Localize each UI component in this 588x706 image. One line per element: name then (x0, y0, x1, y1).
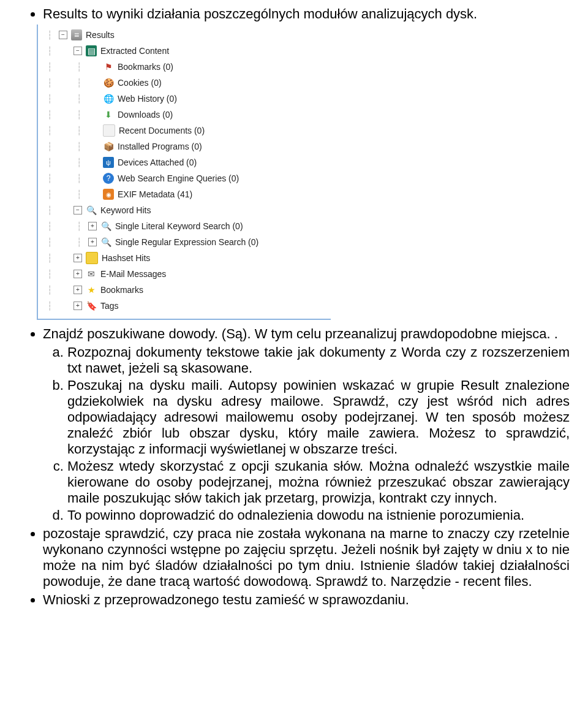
tree-row: ┆┆ ⚑ Bookmarks (0) (44, 59, 325, 75)
tree-label[interactable]: Single Regular Expression Search (0) (115, 237, 258, 247)
tree-label[interactable]: Tags (100, 301, 119, 311)
tree-line: ┆ (74, 126, 85, 135)
tree-row: ┆ + 🔖 Tags (44, 298, 325, 314)
tree-line: ┆ (44, 269, 55, 279)
bullet-find-evidence: Znajdź poszukiwane dowody. (Są). W tym c… (43, 326, 570, 523)
tree-row: ┆┆ + 🔍 Single Literal Keyword Search (0) (44, 218, 325, 234)
tree-line: ┆ (74, 221, 85, 231)
tree-line: ┆ (44, 189, 55, 199)
tree-line: ┆ (44, 94, 55, 104)
tree-row: ┆┆ 🌐 Web History (0) (44, 91, 325, 107)
tree-row: ┆┆ ⬇ Downloads (0) (44, 107, 325, 123)
hashset-icon (86, 252, 98, 264)
tree-line: ┆ (44, 158, 55, 167)
tree-label[interactable]: Single Literal Keyword Search (0) (115, 221, 243, 231)
expand-icon[interactable]: + (74, 270, 82, 278)
tree-label[interactable]: Hashset Hits (102, 253, 150, 263)
tree-line: ┆ (44, 78, 55, 88)
tree-label[interactable]: E-Mail Messages (100, 269, 166, 279)
expand-icon[interactable]: + (74, 302, 82, 310)
bookmarks-star-icon: ★ (86, 284, 97, 295)
tree-line: ┆ (44, 62, 55, 72)
tree-label[interactable]: Web Search Engine Queries (0) (118, 173, 239, 183)
tree-line: ┆ (74, 189, 85, 199)
tree-row: ┆┆ + 🔍 Single Regular Expression Search … (44, 234, 325, 250)
tree-line: ┆ (74, 110, 85, 120)
extracted-icon: ▤ (86, 45, 97, 56)
tree-label[interactable]: Downloads (0) (118, 110, 173, 120)
tree-row: ┆┆ 📦 Installed Programs (0) (44, 139, 325, 154)
installed-icon: 📦 (103, 141, 114, 152)
tree-label[interactable]: Web History (0) (118, 94, 177, 104)
tree-label[interactable]: Devices Attached (0) (118, 158, 197, 167)
tree-row: ┆ + ✉ E-Mail Messages (44, 266, 325, 282)
collapse-icon[interactable]: − (59, 31, 67, 39)
sub-d: To powinno doprowadzić do odnalezienia d… (67, 507, 570, 523)
tree-label[interactable]: Extracted Content (100, 46, 169, 56)
tree-line: ┆ (74, 237, 85, 247)
sub-a: Rozpoznaj dokumenty tekstowe takie jak d… (67, 344, 570, 376)
tags-icon: 🔖 (86, 300, 97, 311)
bullet2-text: Znajdź poszukiwane dowody. (Są). W tym c… (43, 326, 558, 341)
bullet-verify: pozostaje sprawdzić, czy praca nie zosta… (43, 526, 570, 590)
tree-line: ┆ (44, 221, 55, 231)
sub-c: Możesz wtedy skorzystać z opcji szukania… (67, 458, 570, 506)
tree-line: ┆ (74, 173, 85, 183)
tree-row: ┆ + Hashset Hits (44, 250, 325, 266)
tree-line: ┆ (44, 126, 55, 135)
tree-label[interactable]: Keyword Hits (100, 205, 151, 215)
tree-label[interactable]: Installed Programs (0) (118, 142, 202, 151)
tree-label[interactable]: Recent Documents (0) (119, 126, 205, 135)
tree-line: ┆ (74, 62, 85, 72)
tree-row: ┆┆ ? Web Search Engine Queries (0) (44, 170, 325, 186)
search-icon: 🔍 (100, 237, 111, 248)
tree-row: ┆ + ★ Bookmarks (44, 282, 325, 298)
tree-label[interactable]: EXIF Metadata (41) (118, 189, 192, 199)
exif-icon: ◉ (103, 189, 114, 200)
recentdocs-icon (103, 124, 115, 137)
sub-b: Poszukaj na dysku maili. Autopsy powinie… (67, 378, 570, 457)
tree-row: ┆ − ≡ Results (44, 27, 325, 43)
tree-line: ┆ (74, 142, 85, 151)
bullet-conclusions: Wnioski z przeprowadzonego testu zamieść… (43, 592, 570, 608)
email-icon: ✉ (86, 268, 97, 279)
tree-row: ┆ − ▤ Extracted Content (44, 43, 325, 59)
webhistory-icon: 🌐 (103, 93, 114, 104)
tree-line: ┆ (44, 205, 55, 215)
tree-label[interactable]: Bookmarks (100, 285, 143, 295)
tree-row: ┆ − 🔍 Keyword Hits (44, 202, 325, 218)
tree-line: ┆ (44, 142, 55, 151)
tree-line: ┆ (44, 253, 55, 263)
collapse-icon[interactable]: − (74, 206, 82, 214)
tree-line: ┆ (74, 78, 85, 88)
keywordhits-icon: 🔍 (86, 205, 97, 216)
expand-icon[interactable]: + (74, 254, 82, 262)
tree-line: ┆ (44, 46, 55, 56)
tree-line: ┆ (44, 173, 55, 183)
tree-row: ┆┆ Recent Documents (0) (44, 123, 325, 139)
cookies-icon: 🍪 (103, 77, 114, 88)
tree-line: ┆ (74, 158, 85, 167)
tree-label[interactable]: Results (86, 30, 115, 40)
search-icon: 🔍 (100, 221, 111, 232)
devices-icon: ψ (103, 157, 114, 168)
bookmarks-icon: ⚑ (103, 61, 114, 72)
collapse-icon[interactable]: − (74, 47, 82, 55)
tree-row: ┆┆ 🍪 Cookies (0) (44, 75, 325, 91)
expand-icon[interactable]: + (88, 222, 97, 230)
results-icon: ≡ (71, 29, 82, 40)
tree-line: ┆ (44, 110, 55, 120)
expand-icon[interactable]: + (74, 286, 82, 294)
downloads-icon: ⬇ (103, 109, 114, 120)
websearch-icon: ? (103, 173, 114, 184)
tree-line: ┆ (44, 30, 55, 40)
tree-label[interactable]: Cookies (0) (118, 78, 162, 88)
tree-label[interactable]: Bookmarks (0) (118, 62, 173, 72)
tree-line: ┆ (44, 285, 55, 295)
tree-line: ┆ (44, 301, 55, 311)
tree-row: ┆┆ ψ Devices Attached (0) (44, 154, 325, 170)
expand-icon[interactable]: + (88, 238, 97, 246)
bullet-results-intro: Results to wyniki działania poszczególny… (43, 6, 570, 22)
tree-row: ┆┆ ◉ EXIF Metadata (41) (44, 186, 325, 202)
tree-line: ┆ (74, 94, 85, 104)
